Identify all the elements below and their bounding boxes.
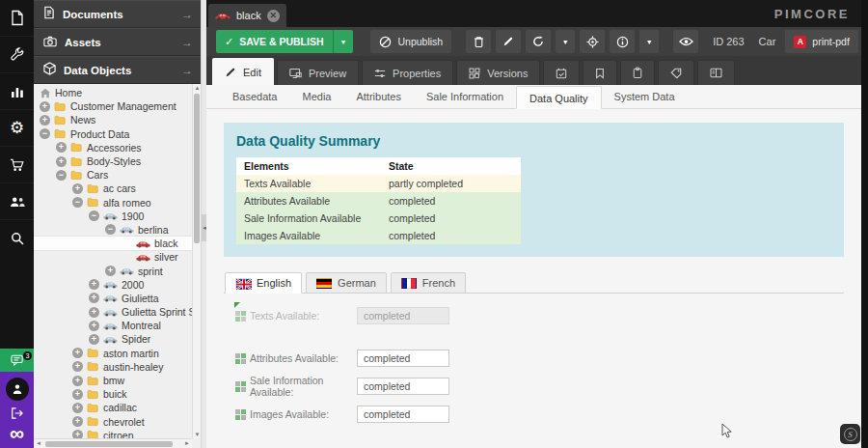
save-dropdown-caret[interactable]: ▼ bbox=[333, 30, 354, 53]
floating-widget-badge[interactable]: S bbox=[840, 424, 860, 444]
accordion-assets[interactable]: Assets → bbox=[34, 28, 201, 56]
unpublish-button[interactable]: Unpublish bbox=[370, 30, 451, 53]
tree-item-cadillac[interactable]: +cadillac bbox=[34, 401, 192, 414]
collapse-minus-icon[interactable]: − bbox=[56, 170, 67, 181]
settings-rail-icon[interactable]: ⚙ bbox=[0, 110, 34, 147]
tree-item-chevrolet[interactable]: +chevrolet bbox=[34, 415, 192, 429]
field-input[interactable] bbox=[357, 406, 449, 423]
tree-item-customer-management[interactable]: +Customer Management bbox=[34, 99, 192, 113]
tree-item-spider[interactable]: +Spider bbox=[34, 332, 192, 346]
scroll-down-arrow[interactable]: ▼ bbox=[193, 432, 201, 437]
scrollbar-thumb[interactable] bbox=[194, 94, 200, 243]
tree-item-news[interactable]: +News bbox=[34, 113, 192, 126]
tree-item-silver[interactable]: silver bbox=[34, 250, 192, 264]
close-tab-icon[interactable]: ✕ bbox=[267, 10, 280, 22]
expand-plus-icon[interactable]: + bbox=[89, 293, 99, 303]
field-input[interactable] bbox=[357, 307, 449, 324]
expand-plus-icon[interactable]: + bbox=[72, 376, 83, 386]
accordion-documents[interactable]: Documents → bbox=[34, 0, 201, 28]
expand-plus-icon[interactable]: + bbox=[89, 307, 99, 318]
logout-icon[interactable] bbox=[11, 407, 24, 419]
tree-item-1900[interactable]: −1900 bbox=[34, 210, 192, 223]
expand-plus-icon[interactable]: + bbox=[72, 403, 83, 413]
expand-plus-icon[interactable]: + bbox=[72, 361, 83, 372]
subtab-media[interactable]: Media bbox=[289, 85, 343, 108]
tree-item-home[interactable]: Home bbox=[34, 86, 192, 99]
expand-plus-icon[interactable]: + bbox=[72, 389, 83, 400]
tree-item-austin-healey[interactable]: +austin-healey bbox=[34, 360, 192, 374]
expand-plus-icon[interactable]: + bbox=[89, 334, 99, 345]
info-dropdown-caret[interactable]: ▼ bbox=[639, 30, 659, 53]
expand-plus-icon[interactable]: + bbox=[89, 279, 99, 290]
user-avatar[interactable] bbox=[6, 378, 29, 401]
expand-plus-icon[interactable]: + bbox=[72, 183, 83, 194]
tree-horizontal-scrollbar[interactable]: ◄ ► bbox=[34, 438, 192, 448]
tree-item-bmw[interactable]: +bmw bbox=[34, 374, 192, 387]
scroll-right-arrow[interactable]: ► bbox=[184, 440, 190, 446]
tree-item-sprint[interactable]: +sprint bbox=[34, 264, 192, 277]
subtab-sale-information[interactable]: Sale Information bbox=[414, 85, 516, 108]
info-button[interactable] bbox=[610, 30, 635, 53]
tab-versions[interactable]: Versions bbox=[456, 60, 540, 85]
collapse-minus-icon[interactable]: − bbox=[72, 197, 83, 208]
language-tab-german[interactable]: German bbox=[306, 272, 387, 294]
subtab-attributes[interactable]: Attributes bbox=[343, 85, 413, 108]
tab-edit[interactable]: Edit bbox=[212, 58, 274, 85]
subtab-system-data[interactable]: System Data bbox=[602, 85, 688, 108]
tab-properties[interactable]: Properties bbox=[362, 60, 453, 85]
scroll-left-arrow[interactable]: ◄ bbox=[36, 440, 41, 446]
accordion-data-objects[interactable]: Data Objects → bbox=[34, 56, 201, 84]
tree-item-berlina[interactable]: −berlina bbox=[34, 223, 192, 237]
scroll-up-arrow[interactable]: ▲ bbox=[193, 85, 201, 91]
tab-tag[interactable] bbox=[658, 60, 694, 85]
reports-rail-icon[interactable] bbox=[0, 73, 34, 110]
field-input[interactable] bbox=[357, 378, 449, 395]
expand-plus-icon[interactable]: + bbox=[72, 430, 83, 438]
tree-vertical-scrollbar[interactable]: ▲ ▼ bbox=[192, 84, 201, 438]
scrollbar-thumb[interactable] bbox=[45, 441, 173, 447]
language-tab-french[interactable]: French bbox=[391, 272, 466, 294]
notifications-chat-icon[interactable]: 3 bbox=[0, 349, 34, 372]
tree-item-cars[interactable]: −Cars bbox=[34, 168, 192, 182]
language-tab-english[interactable]: English bbox=[225, 272, 302, 294]
collapse-minus-icon[interactable]: − bbox=[40, 128, 50, 139]
expand-plus-icon[interactable]: + bbox=[40, 115, 50, 126]
locate-in-tree-button[interactable] bbox=[580, 30, 605, 53]
tab-columns[interactable] bbox=[697, 60, 735, 85]
subtab-data-quality[interactable]: Data Quality bbox=[516, 86, 602, 109]
tree-item-accessories[interactable]: +Accessories bbox=[34, 141, 192, 154]
tree-item-ac-cars[interactable]: +ac cars bbox=[34, 182, 192, 195]
delete-button[interactable] bbox=[466, 30, 491, 53]
save-publish-button[interactable]: ✓ SAVE & PUBLISH ▼ bbox=[216, 30, 353, 53]
tree-item-buick[interactable]: +buick bbox=[34, 387, 192, 401]
tree-item-giulietta[interactable]: +Giulietta bbox=[34, 292, 192, 305]
collapse-minus-icon[interactable]: − bbox=[105, 224, 116, 235]
tree-item-aston-martin[interactable]: +aston martin bbox=[34, 347, 192, 360]
ecommerce-rail-icon[interactable] bbox=[0, 147, 34, 183]
customers-rail-icon[interactable] bbox=[0, 183, 34, 220]
expand-plus-icon[interactable]: + bbox=[56, 142, 67, 153]
tab-clipboard[interactable] bbox=[620, 60, 655, 85]
expand-plus-icon[interactable]: + bbox=[105, 266, 116, 276]
tab-bookmark[interactable] bbox=[583, 60, 617, 85]
tools-rail-icon[interactable] bbox=[0, 37, 34, 73]
rename-button[interactable] bbox=[496, 30, 521, 53]
tab-preview[interactable]: Preview bbox=[277, 60, 359, 85]
field-input[interactable] bbox=[357, 350, 449, 367]
expand-plus-icon[interactable]: + bbox=[72, 348, 83, 358]
expand-plus-icon[interactable]: + bbox=[40, 101, 50, 112]
collapse-minus-icon[interactable]: − bbox=[89, 210, 99, 221]
tree-item-2000[interactable]: +2000 bbox=[34, 278, 192, 292]
tree-item-black[interactable]: black bbox=[34, 237, 192, 250]
subtab-basedata[interactable]: Basedata bbox=[220, 85, 289, 108]
tree-item-alfa-romeo[interactable]: −alfa romeo bbox=[34, 196, 192, 210]
documents-rail-icon[interactable] bbox=[0, 0, 34, 37]
tree-item-citroen[interactable]: +citroen bbox=[34, 429, 192, 438]
print-pdf-button[interactable]: A print-pdf bbox=[785, 30, 858, 53]
preview-eye-button[interactable] bbox=[673, 30, 698, 53]
reload-dropdown-caret[interactable]: ▼ bbox=[556, 30, 575, 53]
tab-calendar[interactable] bbox=[543, 60, 580, 85]
tree-item-gulietta-sprint-specia[interactable]: +Gulietta Sprint Specia bbox=[34, 305, 192, 319]
tree-item-product-data[interactable]: −Product Data bbox=[34, 127, 192, 141]
expand-plus-icon[interactable]: + bbox=[89, 321, 99, 331]
